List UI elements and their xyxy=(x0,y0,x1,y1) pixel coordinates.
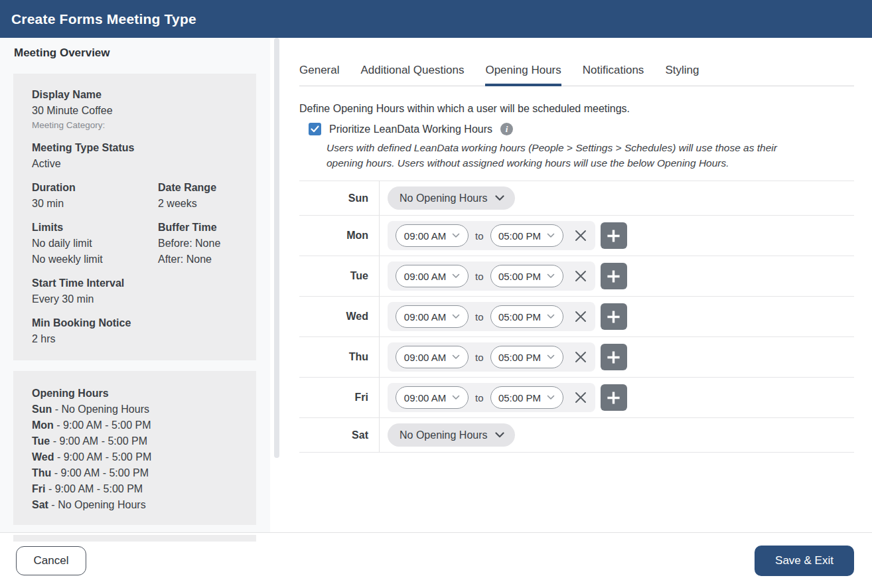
schedule-row: Sun No Opening Hours xyxy=(299,181,854,216)
overview-field: Min Booking Notice2 hrs xyxy=(32,315,158,347)
opening-hours-select-value: No Opening Hours xyxy=(400,192,488,204)
opening-hours-summary-line: Tue - 9:00 AM - 5:00 PM xyxy=(32,433,243,449)
end-time-select[interactable]: 05:00 PM xyxy=(490,346,563,368)
overview-field: Start Time IntervalEvery 30 min xyxy=(32,275,158,307)
opening-hours-select-value: No Opening Hours xyxy=(400,429,488,441)
field-label: Meeting Type Status xyxy=(32,140,158,156)
start-time-select[interactable]: 09:00 AM xyxy=(396,224,469,247)
opening-hours-table: Sun No Opening Hours Mon 09:00 AM to xyxy=(299,181,854,453)
main-panel: GeneralAdditional QuestionsOpening Hours… xyxy=(282,38,872,532)
overview-section: Min Booking Notice2 hrs xyxy=(32,315,243,347)
end-time-value: 05:00 PM xyxy=(498,230,541,242)
time-range-group: 09:00 AM to 05:00 PM xyxy=(388,383,595,412)
schedule-row-content: 09:00 AM to 05:00 PM xyxy=(380,221,627,250)
to-label: to xyxy=(475,230,484,242)
cancel-button[interactable]: Cancel xyxy=(16,546,86,575)
start-time-value: 09:00 AM xyxy=(404,352,446,363)
schedule-row: Sat No Opening Hours xyxy=(299,418,854,453)
field-value: Every 30 min xyxy=(32,291,158,307)
add-time-range-button[interactable] xyxy=(601,303,627,330)
start-time-select[interactable]: 09:00 AM xyxy=(396,346,469,368)
field-value: 2 weeks xyxy=(158,196,216,212)
day-label: Mon xyxy=(299,216,380,256)
start-time-select[interactable]: 09:00 AM xyxy=(396,386,469,409)
overview-field: Meeting Type StatusActive xyxy=(32,140,158,172)
plus-icon xyxy=(606,228,621,244)
remove-time-range-button[interactable] xyxy=(573,309,589,325)
chevron-down-icon xyxy=(495,195,504,201)
field-value: 30 min xyxy=(32,196,158,212)
start-time-value: 09:00 AM xyxy=(404,311,446,323)
schedule-row-content: 09:00 AM to 05:00 PM xyxy=(380,302,627,331)
overview-section: Start Time IntervalEvery 30 min xyxy=(32,275,243,307)
to-label: to xyxy=(475,392,484,404)
tab-additional-questions[interactable]: Additional Questions xyxy=(360,64,464,86)
opening-hours-card-title: Opening Hours xyxy=(32,386,243,402)
field-label: Limits xyxy=(32,220,158,236)
plus-icon xyxy=(606,269,621,284)
chevron-down-icon xyxy=(547,273,555,279)
summary-day: Fri xyxy=(32,483,45,494)
opening-hours-summary-line: Sun - No Opening Hours xyxy=(32,402,243,417)
end-time-select[interactable]: 05:00 PM xyxy=(490,224,563,247)
remove-time-range-button[interactable] xyxy=(573,268,589,284)
day-label: Tue xyxy=(299,256,380,296)
summary-day: Mon xyxy=(32,419,54,431)
working-hours-note-line2: opening hours. Users without assigned wo… xyxy=(327,155,818,171)
overview-field: LimitsNo daily limitNo weekly limit xyxy=(32,220,158,267)
tab-general[interactable]: General xyxy=(299,64,339,86)
opening-hours-card: Opening Hours Sun - No Opening HoursMon … xyxy=(13,371,256,525)
start-time-select[interactable]: 09:00 AM xyxy=(396,305,469,328)
save-and-exit-button[interactable]: Save & Exit xyxy=(755,546,854,576)
prioritize-working-hours-checkbox[interactable] xyxy=(309,123,321,135)
plus-icon xyxy=(606,309,621,325)
start-time-value: 09:00 AM xyxy=(404,230,446,242)
summary-day: Wed xyxy=(32,451,54,463)
schedule-row-content: No Opening Hours xyxy=(380,186,515,210)
day-label: Thu xyxy=(299,337,380,377)
overview-section: Duration30 minDate Range2 weeks xyxy=(32,180,243,212)
sidebar-title: Meeting Overview xyxy=(14,46,270,60)
overview-field: Duration30 min xyxy=(32,180,158,212)
tab-notifications[interactable]: Notifications xyxy=(583,64,644,86)
modal-header: Create Forms Meeting Type xyxy=(0,0,872,38)
partial-card xyxy=(13,535,256,542)
opening-hours-summary-line: Wed - 9:00 AM - 5:00 PM xyxy=(32,449,243,465)
overview-field: Date Range2 weeks xyxy=(158,180,216,212)
close-icon xyxy=(575,270,587,282)
tab-opening-hours[interactable]: Opening Hours xyxy=(485,64,561,86)
modal-body: Meeting Overview Display Name30 Minute C… xyxy=(0,38,872,532)
summary-day: Thu xyxy=(32,467,51,478)
add-time-range-button[interactable] xyxy=(601,222,627,249)
add-time-range-button[interactable] xyxy=(601,263,627,289)
time-range-group: 09:00 AM to 05:00 PM xyxy=(388,302,595,331)
sidebar-scrollbar[interactable] xyxy=(274,38,279,458)
to-label: to xyxy=(475,271,484,282)
end-time-select[interactable]: 05:00 PM xyxy=(490,386,563,409)
summary-day: Tue xyxy=(32,435,50,447)
field-value: 2 hrs xyxy=(32,331,158,347)
schedule-row: Thu 09:00 AM to 05:00 PM xyxy=(299,337,854,378)
field-label: Date Range xyxy=(158,180,216,196)
start-time-select[interactable]: 09:00 AM xyxy=(396,265,469,287)
remove-time-range-button[interactable] xyxy=(573,228,589,244)
add-time-range-button[interactable] xyxy=(601,384,627,411)
schedule-row: Mon 09:00 AM to 05:00 PM xyxy=(299,216,854,256)
info-icon[interactable]: i xyxy=(500,123,513,135)
tab-styling[interactable]: Styling xyxy=(665,64,699,86)
field-value: No daily limit xyxy=(32,236,158,252)
chevron-down-icon xyxy=(547,233,555,238)
opening-hours-select[interactable]: No Opening Hours xyxy=(388,186,515,210)
overview-field: Display Name30 Minute CoffeeMeeting Cate… xyxy=(32,87,158,132)
remove-time-range-button[interactable] xyxy=(573,349,589,365)
remove-time-range-button[interactable] xyxy=(573,390,589,405)
add-time-range-button[interactable] xyxy=(601,344,627,370)
chevron-down-icon xyxy=(452,273,460,279)
chevron-down-icon xyxy=(452,354,460,360)
schedule-row-content: 09:00 AM to 05:00 PM xyxy=(380,261,627,291)
end-time-select[interactable]: 05:00 PM xyxy=(490,305,563,328)
chevron-down-icon xyxy=(547,395,555,400)
end-time-select[interactable]: 05:00 PM xyxy=(490,265,563,287)
time-range-group: 09:00 AM to 05:00 PM xyxy=(388,342,595,372)
opening-hours-select[interactable]: No Opening Hours xyxy=(388,423,515,447)
